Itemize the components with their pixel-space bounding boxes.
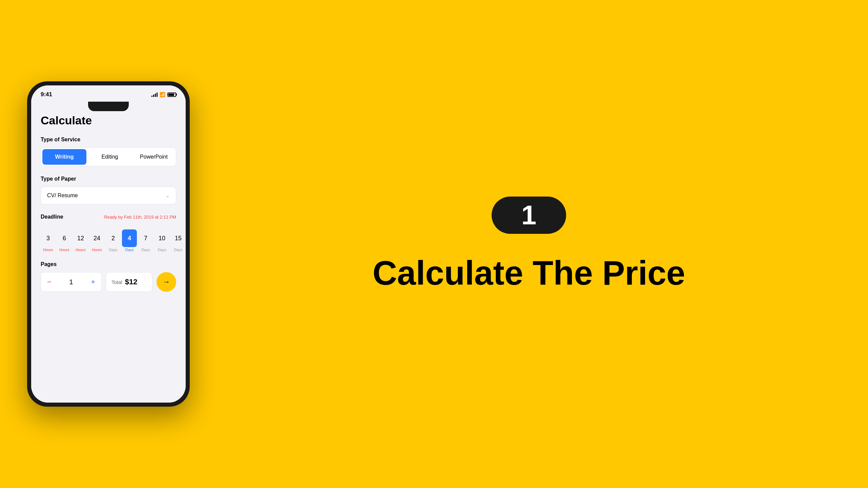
paper-type-value: CV/ Resume	[47, 192, 78, 199]
step-badge: 1	[492, 197, 566, 234]
type-of-paper-label: Type of Paper	[41, 176, 176, 182]
service-tabs: Writing Editing PowerPoint	[41, 147, 176, 166]
type-of-service-label: Type of Service	[41, 137, 176, 143]
deadline-15d-unit: Days	[174, 248, 182, 252]
deadline-12h-number: 12	[73, 229, 88, 247]
submit-button[interactable]: →	[157, 272, 176, 292]
status-time: 9:41	[41, 91, 52, 98]
deadline-6h[interactable]: 6 Hours	[57, 229, 72, 252]
pages-value: 1	[69, 278, 73, 286]
deadline-3h-number: 3	[41, 229, 56, 247]
main-heading: Calculate The Price	[373, 254, 685, 291]
ready-by-text: Ready by Feb 11th, 2019 at 2:11 PM	[104, 215, 176, 220]
deadline-7d[interactable]: 7 Days	[138, 229, 153, 252]
deadline-4d-number: 4	[122, 229, 137, 247]
pages-controls: − 1 + Total $12 →	[41, 272, 176, 292]
deadline-3h-unit: Hours	[43, 248, 53, 252]
total-label: Total	[111, 279, 122, 285]
deadline-24h-number: 24	[89, 229, 104, 247]
app-title: Calculate	[41, 114, 176, 127]
total-value: $12	[125, 278, 138, 286]
increment-button[interactable]: +	[91, 278, 95, 286]
deadline-10d-unit: Days	[158, 248, 166, 252]
deadline-10d-number: 10	[154, 229, 169, 247]
phone-frame: 9:41 📶	[27, 81, 190, 407]
decrement-button[interactable]: −	[47, 278, 51, 286]
status-icons: 📶	[151, 92, 176, 97]
status-bar: 9:41 📶	[31, 85, 186, 102]
deadline-12h[interactable]: 12 Hours	[73, 229, 88, 252]
deadline-7d-number: 7	[138, 229, 153, 247]
tab-writing[interactable]: Writing	[42, 149, 86, 165]
deadline-4d-unit: Days	[125, 248, 133, 252]
deadline-7d-unit: Days	[141, 248, 150, 252]
app-content: Calculate Type of Service Writing Editin…	[31, 102, 186, 403]
battery-icon	[167, 93, 176, 97]
notch	[88, 102, 129, 111]
tab-editing[interactable]: Editing	[88, 148, 132, 166]
right-side: 1 Calculate The Price	[190, 197, 868, 291]
arrow-right-icon: →	[163, 278, 170, 286]
chevron-down-icon: ⌄	[166, 193, 170, 198]
deadline-2d-unit: Days	[109, 248, 117, 252]
ready-by-date: Feb 11th, 2019 at 2:11 PM	[124, 215, 176, 220]
signal-icon	[151, 92, 158, 97]
pages-label: Pages	[41, 261, 176, 267]
paper-type-dropdown[interactable]: CV/ Resume ⌄	[41, 187, 176, 204]
deadline-10d[interactable]: 10 Days	[154, 229, 169, 252]
deadline-24h[interactable]: 24 Hours	[89, 229, 104, 252]
wifi-icon: 📶	[160, 92, 165, 97]
deadline-options: 3 Hours 6 Hours 12 Hours 24 Hours	[41, 229, 176, 252]
deadline-15d[interactable]: 15 Days	[171, 229, 186, 252]
pages-counter: − 1 +	[41, 272, 102, 292]
ready-by-prefix: Ready by	[104, 215, 124, 220]
deadline-6h-unit: Hours	[59, 248, 69, 252]
deadline-24h-unit: Hours	[92, 248, 102, 252]
deadline-label: Deadline	[41, 214, 63, 220]
deadline-15d-number: 15	[171, 229, 186, 247]
deadline-4d[interactable]: 4 Days	[122, 229, 137, 252]
phone-screen: 9:41 📶	[31, 85, 186, 403]
deadline-2d[interactable]: 2 Days	[106, 229, 121, 252]
tab-powerpoint[interactable]: PowerPoint	[132, 148, 176, 166]
deadline-6h-number: 6	[57, 229, 72, 247]
deadline-header: Deadline Ready by Feb 11th, 2019 at 2:11…	[41, 214, 176, 225]
phone-wrapper: 9:41 📶	[27, 81, 190, 407]
deadline-3h[interactable]: 3 Hours	[41, 229, 56, 252]
total-box: Total $12	[106, 272, 152, 292]
deadline-12h-unit: Hours	[76, 248, 85, 252]
deadline-2d-number: 2	[106, 229, 121, 247]
